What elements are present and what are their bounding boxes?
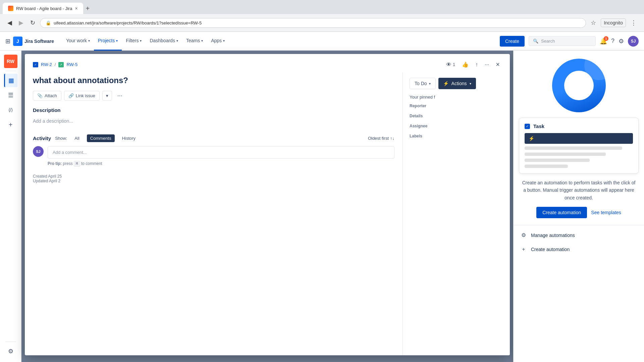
forward-button[interactable]: ▶ bbox=[17, 18, 25, 28]
nav-item-filters[interactable]: Filters▾ bbox=[122, 32, 146, 51]
manage-automations-label: Manage automations bbox=[531, 233, 575, 238]
avatar[interactable]: SJ bbox=[628, 36, 639, 47]
toolbar-more-button[interactable]: ··· bbox=[115, 91, 125, 101]
user-avatar-comment: SJ bbox=[33, 146, 44, 157]
tab-close-icon[interactable]: × bbox=[75, 6, 77, 11]
pinned-fields-label: Your pinned f bbox=[410, 95, 503, 100]
sidebar-item-project[interactable]: RW bbox=[4, 55, 17, 68]
attach-button[interactable]: 📎 Attach bbox=[33, 91, 61, 101]
actions-dropdown-panel: ✓ Task ⚡ Create an automation to perform… bbox=[513, 51, 644, 362]
more-options-button[interactable]: ··· bbox=[483, 60, 491, 69]
sidebar-item-code[interactable]: ⟨/⟩ bbox=[4, 103, 17, 117]
jira-logo[interactable]: J Jira Software bbox=[13, 37, 54, 46]
create-automation-menu-icon: + bbox=[520, 246, 527, 252]
details-label: Details bbox=[410, 114, 503, 118]
illustration-area bbox=[514, 51, 644, 118]
circle-inner-white bbox=[564, 71, 594, 100]
automation-bar[interactable]: ⚡ bbox=[525, 133, 633, 144]
notification-badge: 1 bbox=[604, 36, 608, 41]
browser-menu-button[interactable]: ⋮ bbox=[629, 18, 639, 28]
actions-chevron-icon: ▾ bbox=[470, 82, 471, 85]
help-button[interactable]: ? bbox=[611, 38, 614, 45]
automation-card: ✓ Task ⚡ bbox=[519, 118, 639, 174]
activity-section: Activity Show: All Comments History Olde… bbox=[33, 134, 394, 166]
nav-label-dashboards: Dashboards bbox=[150, 38, 175, 43]
jira-header: ⊞ J Jira Software Your work▾ Projects▾ F… bbox=[0, 32, 644, 51]
nav-item-projects[interactable]: Projects▾ bbox=[94, 32, 122, 51]
grid-icon[interactable]: ⊞ bbox=[5, 38, 10, 45]
nav-item-apps[interactable]: Apps▾ bbox=[207, 32, 229, 51]
todo-button[interactable]: To Do ▾ bbox=[410, 78, 436, 89]
search-bar[interactable]: 🔍 Search bbox=[529, 36, 596, 46]
watch-button[interactable]: 👁 1 bbox=[444, 60, 457, 69]
sidebar-item-add[interactable]: + bbox=[4, 118, 17, 131]
sidebar-item-settings[interactable]: ⚙ bbox=[4, 345, 17, 358]
sort-label: Oldest first bbox=[368, 136, 389, 141]
create-button[interactable]: Create bbox=[500, 36, 525, 47]
breadcrumb-parent[interactable]: RW-2 bbox=[41, 62, 52, 67]
manage-automations-icon: ⚙ bbox=[520, 232, 527, 238]
watchers-count: 1 bbox=[453, 62, 455, 67]
search-label: Search bbox=[541, 39, 555, 44]
description-section: Description Add a description... bbox=[33, 107, 394, 126]
nav-item-your-work[interactable]: Your work▾ bbox=[62, 32, 94, 51]
nav-item-dashboards[interactable]: Dashboards▾ bbox=[146, 32, 182, 51]
tab-favicon bbox=[8, 6, 13, 11]
bookmark-button[interactable]: ☆ bbox=[589, 18, 598, 28]
address-bar[interactable]: 🔒 uifeed.atlassian.net/jira/software/pro… bbox=[40, 18, 586, 28]
show-label: Show: bbox=[55, 136, 67, 141]
tab-title: RW board - Agile board - Jira bbox=[16, 6, 72, 11]
filter-all-button[interactable]: All bbox=[71, 134, 83, 142]
sort-icon: ↑↓ bbox=[390, 136, 394, 141]
like-button[interactable]: 👍 bbox=[460, 60, 471, 69]
share-button[interactable]: ↑ bbox=[473, 60, 480, 69]
lock-icon: 🔒 bbox=[46, 20, 51, 25]
nav-label-your-work: Your work bbox=[66, 38, 87, 43]
reload-button[interactable]: ↻ bbox=[28, 18, 37, 28]
manage-automations-item[interactable]: ⚙ Manage automations bbox=[514, 228, 644, 242]
sort-button[interactable]: Oldest first ↑↓ bbox=[368, 136, 394, 141]
toolbar-dropdown-button[interactable]: ▾ bbox=[102, 91, 112, 101]
nav-item-teams[interactable]: Teams▾ bbox=[182, 32, 207, 51]
breadcrumb-story-icon: ↗ bbox=[58, 62, 64, 67]
comment-input[interactable]: Add a comment... bbox=[48, 146, 394, 159]
link-issue-button[interactable]: 🔗 Link issue bbox=[64, 91, 100, 101]
circle-illustration bbox=[552, 59, 606, 112]
description-placeholder[interactable]: Add a description... bbox=[33, 116, 394, 126]
close-modal-button[interactable]: × bbox=[494, 59, 502, 70]
issue-modal: ✓ RW-2 / ↗ RW-5 👁 1 👍 ↑ ··· × bbox=[25, 54, 510, 355]
left-sidebar: RW ▦ ☰ ⟨/⟩ + ⚙ bbox=[0, 51, 21, 362]
back-button[interactable]: ◀ bbox=[5, 18, 14, 28]
assignee-field: Assignee bbox=[410, 124, 503, 128]
modal-body: what about annotations? 📎 Attach 🔗 Link … bbox=[25, 72, 510, 355]
breadcrumb-current[interactable]: RW-5 bbox=[66, 62, 77, 67]
breadcrumb-separator: / bbox=[55, 62, 56, 67]
attach-icon: 📎 bbox=[37, 93, 43, 98]
sidebar-item-backlog[interactable]: ☰ bbox=[4, 88, 17, 102]
new-tab-button[interactable]: + bbox=[83, 3, 93, 14]
pro-tip-bold: Pro tip: bbox=[48, 161, 62, 166]
reporter-field: Reporter bbox=[410, 104, 503, 108]
sidebar-item-board[interactable]: ▦ bbox=[4, 74, 17, 87]
link-issue-label: Link issue bbox=[76, 93, 95, 98]
notifications-button[interactable]: 🔔 1 bbox=[600, 38, 607, 45]
tab-bar: RW board - Agile board - Jira × + bbox=[0, 0, 644, 14]
filter-history-button[interactable]: History bbox=[119, 134, 139, 142]
browser-tab[interactable]: RW board - Agile board - Jira × bbox=[3, 3, 83, 14]
create-automation-menu-item[interactable]: + Create automation bbox=[514, 242, 644, 256]
jira-logo-icon: J bbox=[13, 37, 22, 46]
details-field: Details bbox=[410, 114, 503, 118]
see-templates-button[interactable]: See templates bbox=[591, 210, 621, 215]
create-automation-button[interactable]: Create automation bbox=[536, 207, 587, 218]
actions-button[interactable]: ⚡ Actions ▾ bbox=[438, 78, 476, 89]
jira-nav: Your work▾ Projects▾ Filters▾ Dashboards… bbox=[62, 32, 229, 51]
created-label: Created April 25 bbox=[33, 174, 394, 179]
activity-header: Activity Show: All Comments History Olde… bbox=[33, 134, 394, 142]
browser-chrome: RW board - Agile board - Jira × + ◀ ▶ ↻ … bbox=[0, 0, 644, 32]
filter-comments-button[interactable]: Comments bbox=[87, 134, 115, 142]
browser-profile-button[interactable]: Incognito bbox=[601, 18, 626, 27]
skeleton-line-2 bbox=[525, 153, 606, 156]
dropdown-description: Create an automation to perform tasks wi… bbox=[514, 179, 644, 207]
settings-button[interactable]: ⚙ bbox=[619, 38, 624, 45]
sidebar-divider-top bbox=[5, 71, 16, 71]
